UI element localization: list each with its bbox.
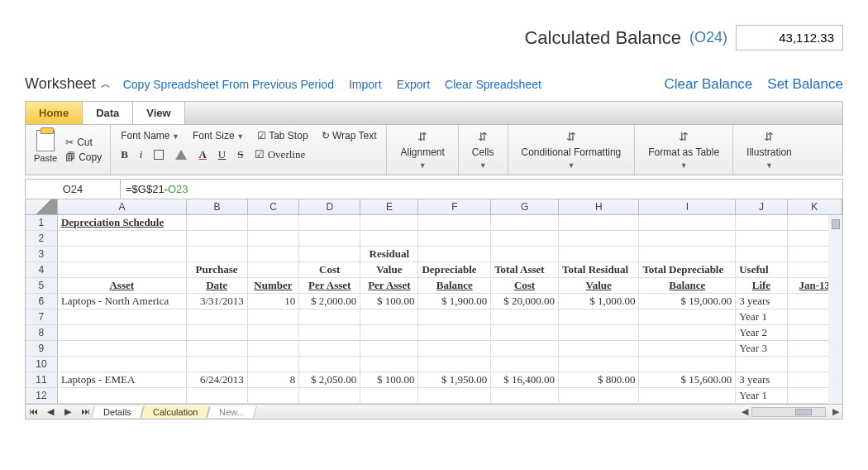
cell[interactable] [299, 309, 360, 325]
cells-dropdown-icon[interactable]: ▼ [479, 161, 487, 170]
tab-home[interactable]: Home [26, 102, 83, 124]
prev-sheet-icon[interactable]: ◀ [43, 405, 58, 419]
cell[interactable] [736, 247, 787, 262]
next-sheet-icon[interactable]: ▶ [60, 405, 75, 419]
cell[interactable] [360, 215, 418, 231]
cell[interactable] [491, 357, 559, 372]
hscroll-thumb[interactable] [795, 409, 812, 415]
row-header[interactable]: 3 [26, 247, 58, 262]
cell[interactable]: Value [559, 278, 639, 294]
col-header[interactable]: I [639, 199, 736, 215]
clear-balance-link[interactable]: Clear Balance [665, 76, 753, 93]
cond-fmt-dropdown-icon[interactable]: ▼ [567, 161, 575, 170]
cell[interactable] [491, 388, 559, 404]
cell[interactable]: 10 [248, 294, 299, 309]
cell[interactable] [736, 215, 787, 231]
cell[interactable] [639, 231, 736, 247]
cell[interactable] [418, 231, 491, 247]
cell[interactable] [639, 247, 736, 262]
row-header[interactable]: 10 [26, 357, 58, 372]
cell[interactable] [360, 309, 418, 325]
cell[interactable] [360, 341, 418, 357]
cell[interactable]: Per Asset [360, 278, 418, 294]
col-header[interactable]: D [299, 199, 360, 215]
cell[interactable]: Useful [736, 262, 787, 278]
underline-button[interactable]: U [218, 148, 226, 161]
cell[interactable]: $ 1,900.00 [418, 294, 491, 309]
sheet-tab-details[interactable]: Details [91, 406, 143, 418]
cell[interactable] [187, 231, 248, 247]
calculated-balance-input[interactable] [736, 25, 843, 50]
row-header[interactable]: 9 [26, 341, 58, 357]
row-header[interactable]: 6 [26, 294, 58, 309]
cell[interactable]: Year 2 [736, 325, 787, 341]
alignment-button[interactable]: Alignment [400, 146, 444, 158]
cell[interactable] [559, 231, 639, 247]
spreadsheet-grid[interactable]: A B C D E F G H I J K 1 Depreciation Sch… [25, 199, 843, 420]
cell[interactable] [248, 357, 299, 372]
cell[interactable]: Laptops - North America [58, 294, 187, 309]
first-sheet-icon[interactable]: ⏮ [26, 405, 41, 418]
cell[interactable]: Year 1 [736, 388, 787, 404]
cell[interactable]: $ 2,050.00 [299, 372, 360, 388]
collapse-icon[interactable]: ︽ [101, 77, 108, 91]
fill-color-button[interactable] [175, 150, 187, 160]
cell[interactable] [248, 247, 299, 262]
cell[interactable] [418, 341, 491, 357]
cell[interactable] [360, 325, 418, 341]
cell[interactable]: Year 3 [736, 341, 787, 357]
cell[interactable] [187, 341, 248, 357]
border-button[interactable] [154, 150, 164, 160]
tab-stop-check[interactable]: Tab Stop [257, 130, 308, 141]
cell[interactable] [360, 231, 418, 247]
col-header[interactable]: H [559, 199, 639, 215]
select-all-corner[interactable] [26, 199, 58, 215]
row-header[interactable]: 11 [26, 372, 58, 388]
cell[interactable]: Purchase [187, 262, 248, 278]
vscroll-thumb[interactable] [832, 219, 840, 229]
tab-view[interactable]: View [133, 102, 184, 124]
cell[interactable]: Life [736, 278, 787, 294]
font-size-dropdown[interactable]: Font Size [193, 130, 244, 141]
cell[interactable] [187, 388, 248, 404]
cell[interactable] [559, 247, 639, 262]
hscroll-right-icon[interactable]: ▶ [829, 405, 842, 419]
col-header[interactable]: J [736, 199, 787, 215]
row-header[interactable]: 1 [26, 215, 58, 231]
cell[interactable] [187, 325, 248, 341]
cell[interactable]: $ 1,000.00 [559, 294, 639, 309]
set-balance-link[interactable]: Set Balance [767, 76, 843, 93]
col-header[interactable]: B [187, 199, 248, 215]
cell[interactable] [418, 215, 491, 231]
cell[interactable]: Laptops - EMEA [58, 372, 187, 388]
alignment-dropdown-icon[interactable]: ▼ [419, 161, 427, 170]
strikethrough-button[interactable]: S [237, 148, 243, 161]
row-header[interactable]: 4 [26, 262, 58, 278]
paste-icon[interactable] [36, 130, 55, 151]
col-header[interactable]: C [248, 199, 299, 215]
fmt-table-dropdown-icon[interactable]: ▼ [680, 161, 688, 170]
cond-fmt-button[interactable]: Conditional Formatting [522, 146, 622, 158]
cell[interactable] [299, 341, 360, 357]
cell[interactable] [187, 309, 248, 325]
cell[interactable]: Depreciation Schedule [58, 215, 187, 231]
col-header[interactable]: G [491, 199, 559, 215]
cell[interactable]: Total Asset [491, 262, 559, 278]
cell[interactable] [299, 357, 360, 372]
italic-button[interactable]: i [140, 148, 143, 161]
col-header[interactable]: K [788, 199, 842, 215]
cell[interactable]: Value [360, 262, 418, 278]
cell[interactable] [736, 231, 787, 247]
cell[interactable]: 3 years [736, 294, 787, 309]
cell[interactable]: 6/24/2013 [187, 372, 248, 388]
cell[interactable] [58, 262, 187, 278]
tab-data[interactable]: Data [83, 102, 133, 124]
col-header[interactable]: E [360, 199, 418, 215]
cell[interactable] [639, 325, 736, 341]
cell[interactable]: Date [187, 278, 248, 294]
overline-check[interactable]: Overline [255, 148, 305, 161]
fmt-table-button[interactable]: Format as Table [648, 146, 719, 158]
row-header[interactable]: 12 [26, 388, 58, 404]
cell[interactable] [639, 388, 736, 404]
cell[interactable] [299, 388, 360, 404]
